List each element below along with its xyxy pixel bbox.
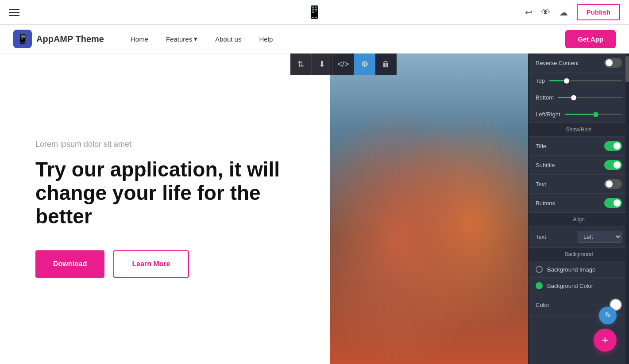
text-toggle-label: Text bbox=[536, 181, 546, 188]
text-toggle[interactable] bbox=[604, 179, 622, 189]
sort-icon[interactable]: ⇅ bbox=[290, 54, 312, 75]
subtitle-row: Subtitle bbox=[529, 156, 629, 175]
settings-icon[interactable]: ⚙ bbox=[354, 54, 375, 75]
top-bar-center: 📱 bbox=[307, 5, 322, 19]
text-row: Text bbox=[529, 175, 629, 194]
background-header: Background bbox=[529, 248, 629, 261]
subtitle-toggle-label: Subtitle bbox=[536, 162, 555, 169]
canvas-title: Try our application, it will change your… bbox=[35, 158, 303, 228]
canvas: Lorem ipsum dolor sit amet Try our appli… bbox=[0, 54, 528, 364]
publish-button[interactable]: Publish bbox=[577, 4, 620, 20]
logo-icon: 📱 bbox=[13, 30, 32, 48]
title-toggle-label: Title bbox=[536, 143, 546, 149]
panel-scrollbar-thumb[interactable] bbox=[625, 56, 629, 82]
main-area: Lorem ipsum dolor sit amet Try our appli… bbox=[0, 54, 629, 364]
align-header: Align bbox=[529, 213, 629, 226]
preview-icon[interactable]: 👁 bbox=[541, 7, 550, 17]
bg-color-row: Background Color bbox=[529, 278, 629, 294]
top-bar: 📱 ↩ 👁 ☁ Publish bbox=[0, 0, 629, 25]
nav-features[interactable]: Features ▾ bbox=[166, 35, 197, 43]
reverse-content-toggle[interactable] bbox=[604, 58, 622, 68]
hero-photo bbox=[330, 54, 528, 364]
canvas-right bbox=[330, 54, 528, 364]
text-align-select[interactable]: Left Center Right bbox=[578, 231, 622, 243]
title-toggle[interactable] bbox=[604, 141, 622, 151]
bg-image-label: Background Image bbox=[547, 266, 595, 273]
subtitle-toggle[interactable] bbox=[604, 160, 622, 170]
nav-logo: 📱 AppAMP Theme bbox=[13, 30, 104, 48]
code-icon[interactable]: </> bbox=[333, 54, 354, 75]
color-label: Color bbox=[536, 302, 549, 308]
phone-icon[interactable]: 📱 bbox=[307, 5, 322, 19]
nav-help[interactable]: Help bbox=[259, 35, 273, 43]
text-align-row: Text Left Center Right bbox=[529, 226, 629, 248]
hamburger-menu[interactable] bbox=[9, 9, 19, 16]
reverse-content-row: Reverse Content bbox=[529, 54, 629, 73]
top-row: Top bbox=[529, 73, 629, 89]
buttons-toggle[interactable] bbox=[604, 198, 622, 208]
nav-links: Home Features ▾ About us Help bbox=[131, 35, 565, 43]
chevron-down-icon: ▾ bbox=[194, 35, 197, 43]
edit-fab[interactable]: ✎ bbox=[599, 307, 617, 324]
nav-home[interactable]: Home bbox=[131, 35, 148, 43]
bottom-row: Bottom bbox=[529, 89, 629, 106]
logo-text: AppAMP Theme bbox=[36, 34, 104, 44]
undo-icon[interactable]: ↩ bbox=[525, 7, 533, 18]
nav-about[interactable]: About us bbox=[215, 35, 241, 43]
cloud-upload-icon[interactable]: ☁ bbox=[559, 7, 568, 18]
canvas-left: Lorem ipsum dolor sit amet Try our appli… bbox=[0, 54, 330, 364]
delete-icon[interactable]: 🗑 bbox=[375, 54, 397, 75]
top-bar-left bbox=[9, 9, 19, 16]
nav-bar: 📱 AppAMP Theme Home Features ▾ About us … bbox=[0, 25, 629, 54]
leftright-row: Left/Right bbox=[529, 106, 629, 123]
download-section-icon[interactable]: ⬇ bbox=[312, 54, 333, 75]
section-toolbar: ⇅ ⬇ </> ⚙ 🗑 bbox=[290, 54, 397, 75]
bg-color-label: Background Color bbox=[547, 283, 593, 289]
leftright-slider[interactable] bbox=[565, 114, 622, 115]
download-button[interactable]: Download bbox=[35, 250, 104, 278]
bg-color-radio[interactable] bbox=[536, 282, 543, 289]
top-bar-right: ↩ 👁 ☁ Publish bbox=[525, 4, 620, 20]
add-fab[interactable]: + bbox=[594, 329, 617, 352]
get-app-button[interactable]: Get App bbox=[565, 30, 616, 48]
show-hide-header: Show/Hide bbox=[529, 123, 629, 137]
top-label: Top bbox=[536, 77, 545, 84]
canvas-subtitle: Lorem ipsum dolor sit amet bbox=[35, 140, 303, 149]
bg-image-row: Background Image bbox=[529, 261, 629, 278]
reverse-content-label: Reverse Content bbox=[536, 60, 579, 66]
learn-more-button[interactable]: Learn More bbox=[113, 250, 189, 278]
bottom-slider[interactable] bbox=[558, 97, 622, 98]
leftright-label: Left/Right bbox=[536, 111, 560, 118]
text-align-label: Text bbox=[536, 234, 546, 240]
canvas-background-image bbox=[330, 54, 528, 364]
bg-image-radio[interactable] bbox=[536, 266, 543, 273]
title-row: Title bbox=[529, 137, 629, 156]
top-slider[interactable] bbox=[549, 80, 622, 81]
panel-scrollbar-track[interactable] bbox=[625, 54, 629, 364]
bottom-label: Bottom bbox=[536, 94, 554, 101]
canvas-buttons: Download Learn More bbox=[35, 250, 303, 278]
buttons-toggle-label: Buttons bbox=[536, 200, 555, 207]
buttons-row: Buttons bbox=[529, 194, 629, 213]
